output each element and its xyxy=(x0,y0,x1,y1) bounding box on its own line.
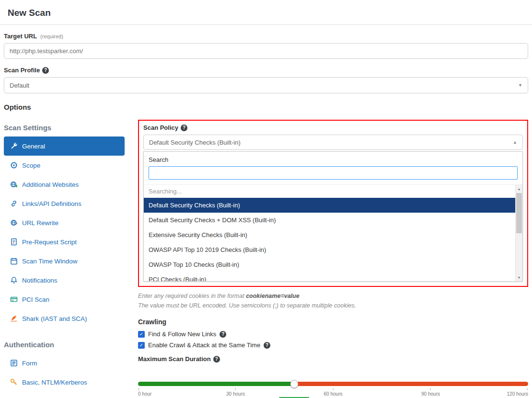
dropdown-search-label: Search xyxy=(149,156,518,163)
scan-policy-select[interactable]: Default Security Checks (Built-in) ▲ xyxy=(143,135,523,150)
scan-profile-label: Scan Profile ? xyxy=(4,67,528,74)
cookies-note-line2: The value must be URL encoded. Use semic… xyxy=(138,301,528,310)
scan-profile-select[interactable]: Default ▼ xyxy=(4,77,528,93)
sidebar-item-scope[interactable]: Scope xyxy=(4,156,125,175)
crawling-heading: Crawling xyxy=(138,318,528,326)
tick-0: 0 hour xyxy=(138,388,151,397)
sidebar-item-basic-ntlm-kerberos[interactable]: Basic, NTLM/Kerberos xyxy=(4,373,125,392)
scan-profile-value: Default xyxy=(10,82,29,89)
help-icon[interactable]: ? xyxy=(264,342,270,349)
sidebar-item-pre-request-script[interactable]: Pre-Request Script xyxy=(4,232,125,251)
scan-policy-option[interactable]: Extensive Security Checks (Built-in) xyxy=(144,227,515,242)
options-heading: Options xyxy=(4,103,528,111)
sidebar-item-label: Basic, NTLM/Kerberos xyxy=(22,379,87,386)
help-icon[interactable]: ? xyxy=(213,356,220,363)
searching-status: Searching... xyxy=(144,185,515,198)
scan-policy-option[interactable]: OWASP Top 10 Checks (Built-in) xyxy=(144,257,515,272)
sidebar-item-label: URL Rewrite xyxy=(22,219,58,227)
sidebar-item-general[interactable]: General xyxy=(4,136,125,156)
tick-120: 120 hours xyxy=(507,388,528,397)
max-scan-duration-label: Maximum Scan Duration ? xyxy=(138,355,528,363)
calendar-icon xyxy=(10,257,18,265)
required-note: (required) xyxy=(40,34,63,39)
sidebar-item-url-rewrite[interactable]: URL Rewrite xyxy=(4,213,125,232)
scan-settings-sidebar: Scan Settings General Scope xyxy=(4,115,138,392)
sidebar-item-label: General xyxy=(22,143,45,150)
wrench-icon xyxy=(10,142,18,150)
bell-icon xyxy=(10,276,18,284)
cookies-format-example: cookiename=value xyxy=(246,293,300,299)
new-scan-page: New Scan Target URL (required) Scan Prof… xyxy=(0,0,532,398)
tick-90: 90 hours xyxy=(421,388,440,397)
sidebar-item-label: Form xyxy=(22,360,37,367)
scan-policy-label: Scan Policy ? xyxy=(143,124,523,131)
sidebar-item-label: Scope xyxy=(22,162,40,169)
general-settings-panel: Scan Policy ? Default Security Checks (B… xyxy=(138,115,528,398)
help-icon[interactable]: ? xyxy=(181,125,187,131)
shark-icon xyxy=(10,315,18,323)
tick-60: 60 hours xyxy=(324,388,343,397)
globe-edit-icon xyxy=(10,219,18,227)
chevron-up-icon: ▲ xyxy=(513,140,517,145)
slider-track[interactable] xyxy=(138,382,528,386)
dropdown-scrollbar[interactable]: ▲ ▼ xyxy=(515,185,522,281)
scan-policy-option[interactable]: OWASP API Top 10 2019 Checks (Built-in) xyxy=(144,242,515,257)
scan-policy-option[interactable]: PCI Checks (Built-in) xyxy=(144,272,515,281)
sidebar-item-notifications[interactable]: Notifications xyxy=(4,271,125,290)
chevron-down-icon: ▼ xyxy=(518,83,522,88)
sidebar-item-shark[interactable]: Shark (IAST and SCA) xyxy=(4,309,125,328)
scan-policy-dropdown: Search Searching... Default Security Che… xyxy=(143,151,523,282)
crawl-attack-same-time-checkbox[interactable]: ✓ xyxy=(138,342,145,349)
scan-policy-option-list: Searching... Default Security Checks (Bu… xyxy=(144,184,522,281)
page-title: New Scan xyxy=(8,8,524,18)
sidebar-item-links-api-definitions[interactable]: Links/API Definitions xyxy=(4,194,125,213)
sidebar-item-pci-scan[interactable]: PCI Scan xyxy=(4,290,125,309)
crawl-attack-same-time-row: ✓ Enable Crawl & Attack at the Same Time… xyxy=(138,341,528,349)
link-icon xyxy=(10,200,18,208)
scan-policy-option[interactable]: Default Security Checks + DOM XSS (Built… xyxy=(144,213,515,227)
cookies-note: Enter any required cookies in the format… xyxy=(138,291,528,310)
sidebar-item-label: Notifications xyxy=(22,277,58,284)
dropdown-search-input[interactable] xyxy=(149,166,518,180)
script-icon xyxy=(10,238,18,246)
target-url-label: Target URL (required) xyxy=(4,33,528,40)
find-follow-links-checkbox[interactable]: ✓ xyxy=(138,331,145,338)
credit-card-icon xyxy=(10,296,18,304)
sidebar-item-label: Pre-Request Script xyxy=(22,239,77,246)
help-icon[interactable]: ? xyxy=(42,67,49,74)
form-icon xyxy=(10,359,18,367)
sidebar-item-label: Shark (IAST and SCA) xyxy=(22,315,87,322)
globe-plus-icon xyxy=(10,181,18,189)
key-icon xyxy=(10,378,18,387)
target-url-input[interactable] xyxy=(4,43,528,59)
scroll-down-icon[interactable]: ▼ xyxy=(516,273,522,281)
sidebar-item-additional-websites[interactable]: Additional Websites xyxy=(4,175,125,194)
sidebar-item-label: Links/API Definitions xyxy=(22,200,81,207)
tick-30: 30 hours xyxy=(226,388,245,397)
find-follow-links-row: ✓ Find & Follow New Links ? xyxy=(138,330,528,338)
scrollbar-thumb[interactable] xyxy=(516,193,522,233)
sidebar-item-label: Additional Websites xyxy=(22,181,79,188)
max-scan-duration-slider: 48 hours 0 hour 30 hours 60 hours 90 hou… xyxy=(138,382,528,398)
page-header: New Scan xyxy=(0,0,532,25)
scan-policy-option[interactable]: Default Security Checks (Built-in) xyxy=(144,198,515,213)
sidebar-item-label: PCI Scan xyxy=(22,296,49,303)
help-icon[interactable]: ? xyxy=(220,331,226,338)
sidebar-item-scan-time-window[interactable]: Scan Time Window xyxy=(4,251,125,271)
scan-policy-selected-value: Default Security Checks (Built-in) xyxy=(149,139,241,146)
slider-handle[interactable] xyxy=(290,380,298,388)
checkbox-label: Find & Follow New Links xyxy=(148,330,216,338)
sidebar-item-form[interactable]: Form xyxy=(4,353,125,373)
scroll-up-icon[interactable]: ▲ xyxy=(516,185,522,193)
scan-policy-highlight-box: Scan Policy ? Default Security Checks (B… xyxy=(138,120,528,287)
checkbox-label: Enable Crawl & Attack at the Same Time xyxy=(148,341,260,349)
scan-settings-heading: Scan Settings xyxy=(4,124,138,132)
authentication-heading: Authentication xyxy=(4,341,138,349)
slider-ticks: 0 hour 30 hours 60 hours 90 hours 120 ho… xyxy=(138,388,528,398)
scope-icon xyxy=(10,161,18,170)
sidebar-item-label: Scan Time Window xyxy=(22,258,78,265)
